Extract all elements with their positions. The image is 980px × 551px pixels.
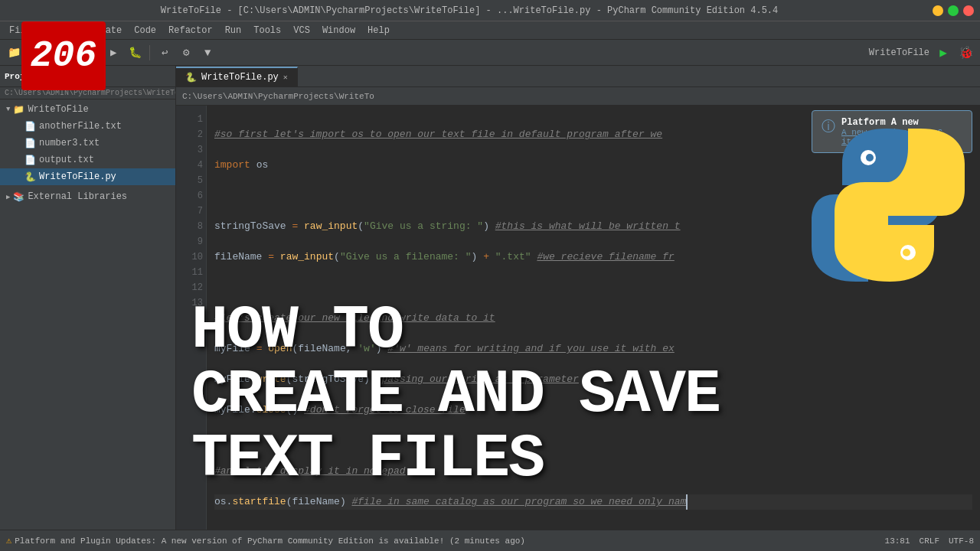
run-button[interactable]: ▶: [934, 44, 952, 62]
toolbar: 📁 WriteToFile ▶ 🐛 ↩ ⚙ ▼ WriteToFile ▶ 🐞: [0, 40, 980, 66]
tab-label: WriteToFile.py: [201, 72, 279, 83]
titlebar: WriteToFile - [C:\Users\ADMIN\PycharmPro…: [0, 0, 980, 21]
run-config-icon[interactable]: ▶: [104, 44, 122, 62]
menu-help[interactable]: Help: [361, 21, 396, 40]
toolbar-right: WriteToFile ▶ 🐞: [869, 44, 975, 62]
menu-window[interactable]: Window: [316, 21, 361, 40]
menu-tools[interactable]: Tools: [247, 21, 287, 40]
tree-toggle-ext: ▶: [6, 193, 10, 201]
status-crlf: CRLF: [920, 536, 939, 546]
python-logo: [804, 121, 972, 289]
file-icon: 📄: [24, 121, 36, 132]
tree-item-output[interactable]: 📄 output.txt: [0, 152, 175, 168]
debug-button[interactable]: 🐞: [957, 44, 975, 62]
ext-lib-icon: 📚: [13, 191, 24, 203]
tabbar: 🐍 WriteToFile.py ✕: [176, 66, 980, 87]
run-config-label: WriteToFile: [869, 47, 929, 58]
tree-item-external[interactable]: ▶ 📚 External Libraries: [0, 188, 175, 205]
more-icon[interactable]: ▼: [198, 44, 217, 62]
path-text: C:\Users\ADMIN\PycharmProjects\WriteTo: [182, 92, 374, 101]
svg-point-3: [903, 249, 910, 256]
file-icon: 📄: [24, 155, 36, 166]
folder-icon[interactable]: 📁: [5, 44, 23, 62]
warning-icon: ⚠: [6, 535, 11, 546]
tree-label: WriteToFile: [28, 104, 88, 115]
menu-code[interactable]: Code: [128, 21, 162, 40]
episode-badge: 206: [21, 21, 106, 90]
titlebar-title: WriteToFile - [C:\Users\ADMIN\PycharmPro…: [6, 5, 933, 16]
minimize-button[interactable]: —: [933, 5, 943, 16]
tab-writetofilepy[interactable]: 🐍 WriteToFile.py ✕: [176, 67, 298, 86]
tab-close-icon[interactable]: ✕: [283, 73, 288, 82]
statusbar-right: 13:81 CRLF UTF-8: [885, 536, 974, 546]
sidebar: Project ⚙ C:\Users\ADMIN\PycharmProjects…: [0, 66, 176, 530]
settings-icon[interactable]: ⚙: [177, 44, 195, 62]
tree-item-number3[interactable]: 📄 number3.txt: [0, 135, 175, 152]
statusbar-message: Platform and Plugin Updates: A new versi…: [15, 536, 525, 546]
debug-icon[interactable]: 🐛: [126, 44, 144, 62]
status-position: 13:81: [885, 536, 910, 546]
revert-icon[interactable]: ↩: [155, 44, 174, 62]
line-numbers: 12345 678910 111213: [176, 106, 207, 530]
close-button[interactable]: ✕: [963, 5, 974, 16]
py-icon: 🐍: [24, 171, 36, 183]
folder-icon: 📁: [13, 104, 24, 116]
toolbar-separator2: [149, 45, 150, 60]
status-encoding: UTF-8: [949, 536, 974, 546]
tree-label: External Libraries: [28, 191, 127, 202]
titlebar-controls: — □ ✕: [933, 5, 974, 16]
menubar: File Edit Navigate Code Refactor Run Too…: [0, 21, 980, 40]
menu-refactor[interactable]: Refactor: [162, 21, 219, 40]
svg-point-1: [866, 154, 874, 161]
statusbar: ⚠ Platform and Plugin Updates: A new ver…: [0, 530, 980, 551]
tree-label: anotherFile.txt: [39, 121, 122, 132]
file-icon: 📄: [24, 138, 36, 149]
tree-toggle: ▼: [6, 106, 10, 113]
tree-label: WriteToFile.py: [39, 171, 116, 182]
editor-container[interactable]: 12345 678910 111213 #so first let's impo…: [176, 106, 980, 530]
sidebar-tree: ▼ 📁 WriteToFile 📄 anotherFile.txt 📄 numb…: [0, 99, 175, 530]
tree-label: output.txt: [39, 155, 94, 165]
tree-item-writetofilepy[interactable]: 🐍 WriteToFile.py: [0, 168, 175, 185]
menu-vcs[interactable]: VCS: [287, 21, 316, 40]
maximize-button[interactable]: □: [948, 5, 959, 16]
tree-item-writefile[interactable]: ▼ 📁 WriteToFile: [0, 101, 175, 118]
tree-item-anotherfile[interactable]: 📄 anotherFile.txt: [0, 118, 175, 135]
statusbar-left: ⚠ Platform and Plugin Updates: A new ver…: [6, 535, 873, 546]
menu-run[interactable]: Run: [219, 21, 248, 40]
tree-label: number3.txt: [39, 138, 100, 148]
pathbar: C:\Users\ADMIN\PycharmProjects\WriteTo: [176, 87, 980, 106]
py-icon: 🐍: [185, 72, 197, 83]
